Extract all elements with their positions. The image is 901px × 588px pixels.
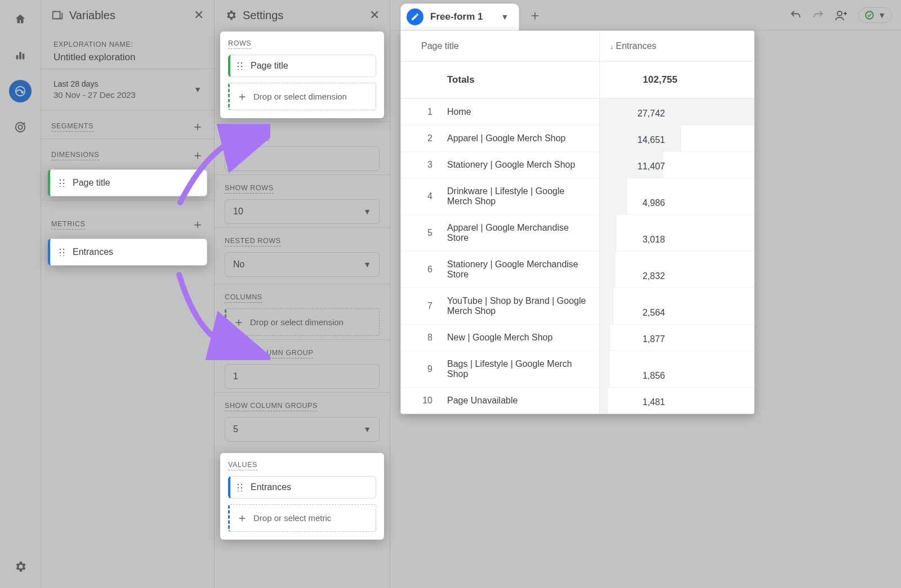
row-index: 5: [401, 215, 447, 251]
close-settings-icon[interactable]: ✕: [369, 8, 380, 23]
explore-icon[interactable]: [9, 80, 32, 102]
metric-chip-entrances[interactable]: Entrances: [48, 239, 207, 266]
settings-panel: Settings ✕ ROWS Page title ＋ Drop or sel…: [214, 0, 390, 588]
nested-rows-label: NESTED ROWS: [225, 237, 281, 246]
share-icon[interactable]: [835, 8, 848, 22]
dimension-chip-label: Page title: [73, 178, 110, 188]
chevron-down-icon[interactable]: ▼: [501, 12, 509, 21]
rows-chip-page-title[interactable]: Page title: [228, 55, 376, 77]
table-row[interactable]: 2Apparel | Google Merch Shop14,651: [401, 125, 754, 151]
home-icon[interactable]: [9, 8, 32, 30]
edit-tab-icon[interactable]: [407, 8, 423, 25]
add-metric-button[interactable]: ＋: [191, 216, 204, 233]
undo-icon[interactable]: [790, 9, 802, 21]
status-indicator[interactable]: ▼: [858, 7, 892, 23]
row-label: Home: [447, 99, 599, 125]
columns-dropzone-text: Drop or select dimension: [250, 317, 344, 328]
columns-label: COLUMNS: [225, 293, 262, 303]
admin-gear-icon[interactable]: [9, 555, 32, 578]
row-value: 2,564: [600, 306, 667, 320]
add-segment-button[interactable]: ＋: [191, 118, 204, 135]
table-row[interactable]: 1Home27,742: [401, 98, 754, 125]
add-tab-button[interactable]: ＋: [524, 4, 546, 26]
table-row[interactable]: 10Page Unavailable1,481: [401, 387, 754, 414]
sort-desc-icon: ↓: [610, 42, 614, 51]
date-range-label: Last 28 days: [53, 79, 136, 88]
table-row[interactable]: 9Bags | Lifestyle | Google Merch Shop1,8…: [401, 351, 754, 387]
row-value: 3,018: [600, 232, 667, 247]
tab-free-form[interactable]: Free-form 1 ▼: [400, 3, 519, 30]
table-row[interactable]: 3Stationery | Google Merch Shop11,407: [401, 151, 754, 178]
row-index: 10: [401, 388, 447, 414]
variables-icon: [51, 9, 64, 21]
values-chip-entrances[interactable]: Entrances: [228, 476, 376, 499]
values-dropzone[interactable]: ＋ Drop or select metric: [228, 504, 376, 532]
settings-gear-icon: [225, 9, 237, 21]
date-range-picker[interactable]: Last 28 days 30 Nov - 27 Dec 2023 ▼: [41, 69, 214, 110]
row-value-cell: 11,407: [599, 152, 754, 178]
row-value-cell: 27,742: [599, 99, 754, 125]
close-variables-icon[interactable]: ✕: [194, 8, 204, 23]
report-dimension-header[interactable]: Page title: [401, 31, 599, 61]
row-label: Apparel | Google Merch Shop: [447, 125, 599, 151]
svg-rect-1: [19, 52, 21, 60]
drag-handle-icon[interactable]: [237, 483, 245, 491]
row-index: 3: [401, 152, 447, 178]
dimension-chip-page-title[interactable]: Page title: [48, 169, 207, 196]
start-col-value: 1: [233, 371, 238, 381]
nested-rows-select[interactable]: No ▼: [225, 252, 380, 277]
start-row-value: 1: [233, 154, 238, 164]
row-value-cell: 1,481: [599, 388, 754, 414]
show-col-value: 5: [233, 424, 238, 434]
start-col-input[interactable]: 1: [225, 364, 380, 389]
rows-dropzone[interactable]: ＋ Drop or select dimension: [228, 83, 376, 110]
report-metric-header[interactable]: ↓ Entrances: [599, 31, 754, 61]
table-row[interactable]: 7YouTube | Shop by Brand | Google Merch …: [401, 288, 754, 324]
row-label: Drinkware | Lifestyle | Google Merch Sho…: [447, 178, 599, 214]
table-row[interactable]: 5Apparel | Google Merchandise Store3,018: [401, 214, 754, 251]
show-rows-label: SHOW ROWS: [225, 184, 274, 194]
svg-rect-2: [23, 53, 25, 59]
start-row-input[interactable]: 1: [225, 146, 380, 171]
table-row[interactable]: 4Drinkware | Lifestyle | Google Merch Sh…: [401, 178, 754, 214]
plus-icon: ＋: [237, 510, 248, 526]
start-col-label: START COLUMN GROUP: [225, 349, 313, 358]
row-value-cell: 1,856: [599, 351, 754, 387]
report-totals-value: 102,755: [610, 74, 677, 86]
rows-label: ROWS: [228, 39, 251, 49]
drag-handle-icon[interactable]: [237, 62, 245, 70]
topbar: Free-form 1 ▼ ＋ ▼: [390, 0, 901, 30]
show-rows-value: 10: [233, 207, 243, 217]
row-value-cell: 2,832: [599, 252, 754, 288]
report-metric-header-text: Entrances: [616, 41, 657, 51]
exploration-name-value[interactable]: Untitled exploration: [53, 48, 202, 63]
show-rows-select[interactable]: 10 ▼: [225, 199, 380, 224]
svg-point-8: [837, 11, 842, 16]
nav-rail: [0, 0, 41, 588]
add-dimension-button[interactable]: ＋: [191, 147, 204, 164]
date-range-value: 30 Nov - 27 Dec 2023: [53, 88, 136, 100]
table-row[interactable]: 8New | Google Merch Shop1,877: [401, 324, 754, 351]
exploration-name-label: EXPLORATION NAME:: [53, 41, 202, 48]
row-value: 11,407: [600, 159, 667, 174]
drag-handle-icon[interactable]: [59, 248, 67, 256]
chevron-down-icon: ▼: [878, 11, 886, 20]
row-value: 1,481: [600, 395, 667, 410]
report-totals-label: Totals: [401, 62, 599, 98]
chevron-down-icon: ▼: [194, 85, 202, 94]
drag-handle-icon[interactable]: [59, 179, 67, 187]
svg-point-4: [21, 91, 23, 93]
plus-icon: ＋: [233, 315, 244, 330]
tab-label: Free-form 1: [430, 11, 483, 23]
table-row[interactable]: 6Stationery | Google Merchandise Store2,…: [401, 251, 754, 288]
row-label: Stationery | Google Merch Shop: [447, 152, 599, 178]
svg-point-6: [18, 125, 22, 129]
row-value-cell: 14,651: [599, 125, 754, 151]
reports-icon[interactable]: [9, 44, 32, 66]
advertising-icon[interactable]: [9, 116, 32, 138]
show-col-select[interactable]: 5 ▼: [225, 417, 380, 442]
metrics-label: METRICS: [51, 220, 85, 230]
redo-icon[interactable]: [812, 9, 824, 21]
plus-icon: ＋: [237, 89, 248, 104]
columns-dropzone[interactable]: ＋ Drop or select dimension: [225, 308, 380, 336]
